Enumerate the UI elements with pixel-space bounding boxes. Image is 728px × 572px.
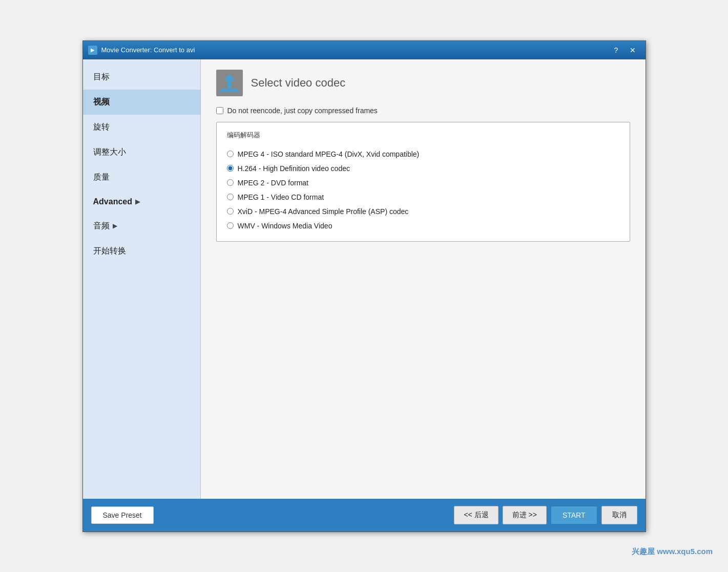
codec-radio-mpeg2[interactable] bbox=[227, 179, 234, 186]
app-icon: ▶ bbox=[88, 46, 97, 55]
footer-right: << 后退 前进 >> START 取消 bbox=[454, 506, 637, 524]
sidebar-label-video: 视频 bbox=[93, 97, 110, 108]
save-preset-button[interactable]: Save Preset bbox=[91, 506, 154, 524]
footer-left: Save Preset bbox=[91, 506, 154, 524]
codec-label-mpeg1[interactable]: MPEG 1 - Video CD format bbox=[238, 193, 324, 201]
reencode-label[interactable]: Do not reencode, just copy compressed fr… bbox=[227, 107, 378, 115]
codec-h264[interactable]: H.264 - High Definition video codec bbox=[227, 161, 619, 176]
reencode-checkbox[interactable] bbox=[216, 107, 223, 114]
content-area: Select video codec Do not reencode, just… bbox=[201, 59, 646, 499]
sidebar-item-start[interactable]: 开始转换 bbox=[83, 239, 200, 264]
sidebar-item-advanced[interactable]: Advanced ▶ bbox=[83, 190, 200, 214]
watermark: 兴趣屋 www.xqu5.com bbox=[632, 547, 713, 557]
sidebar-item-video[interactable]: 视频 bbox=[83, 90, 200, 115]
sidebar-item-rotate[interactable]: 旋转 bbox=[83, 115, 200, 140]
codec-label-h264[interactable]: H.264 - High Definition video codec bbox=[238, 164, 350, 173]
start-button[interactable]: START bbox=[551, 506, 597, 524]
cancel-button[interactable]: 取消 bbox=[601, 506, 637, 524]
codec-mpeg2[interactable]: MPEG 2 - DVD format bbox=[227, 176, 619, 190]
codec-label-wmv[interactable]: WMV - Windows Media Video bbox=[238, 222, 332, 230]
codec-mpeg1[interactable]: MPEG 1 - Video CD format bbox=[227, 190, 619, 204]
next-button[interactable]: 前进 >> bbox=[503, 506, 547, 524]
content-header: Select video codec bbox=[216, 70, 630, 96]
sidebar-item-audio[interactable]: 音频 ▶ bbox=[83, 214, 200, 239]
sidebar-item-quality[interactable]: 质量 bbox=[83, 165, 200, 190]
advanced-chevron: ▶ bbox=[135, 198, 140, 205]
codec-group: 编码解码器 MPEG 4 - ISO standard MPEG-4 (DivX… bbox=[216, 122, 630, 242]
main-content: 目标 视频 旋转 调整大小 质量 Advanced ▶ 音频 ▶ bbox=[83, 59, 646, 499]
sidebar-item-resize[interactable]: 调整大小 bbox=[83, 140, 200, 165]
codec-label-mpeg4[interactable]: MPEG 4 - ISO standard MPEG-4 (DivX, Xvid… bbox=[238, 150, 420, 158]
title-bar: ▶ Movie Converter: Convert to avi ? ✕ bbox=[83, 41, 646, 59]
codec-radio-xvid[interactable] bbox=[227, 208, 234, 215]
main-window: ▶ Movie Converter: Convert to avi ? ✕ 目标… bbox=[82, 40, 646, 532]
sidebar-label-resize: 调整大小 bbox=[93, 147, 126, 158]
sidebar-label-audio: 音频 bbox=[93, 221, 110, 231]
sidebar-label-advanced: Advanced bbox=[93, 197, 132, 206]
window-title: Movie Converter: Convert to avi bbox=[101, 46, 609, 54]
svg-rect-2 bbox=[220, 89, 239, 92]
title-bar-buttons: ? ✕ bbox=[609, 44, 640, 56]
close-button[interactable]: ✕ bbox=[625, 44, 640, 56]
help-button[interactable]: ? bbox=[609, 44, 624, 56]
codec-radio-mpeg1[interactable] bbox=[227, 194, 234, 200]
codec-label-xvid[interactable]: XviD - MPEG-4 Advanced Simple Profile (A… bbox=[238, 207, 409, 216]
codec-radio-wmv[interactable] bbox=[227, 222, 234, 229]
codec-group-label: 编码解码器 bbox=[227, 131, 619, 140]
codec-wmv[interactable]: WMV - Windows Media Video bbox=[227, 219, 619, 233]
footer: Save Preset << 后退 前进 >> START 取消 bbox=[83, 499, 646, 532]
codec-radio-mpeg4[interactable] bbox=[227, 151, 234, 157]
sidebar-item-target[interactable]: 目标 bbox=[83, 65, 200, 90]
sidebar-label-rotate: 旋转 bbox=[93, 122, 110, 133]
codec-label-mpeg2[interactable]: MPEG 2 - DVD format bbox=[238, 179, 308, 187]
back-button[interactable]: << 后退 bbox=[454, 506, 498, 524]
codec-mpeg4[interactable]: MPEG 4 - ISO standard MPEG-4 (DivX, Xvid… bbox=[227, 147, 619, 161]
content-title: Select video codec bbox=[251, 76, 346, 90]
sidebar-label-start: 开始转换 bbox=[93, 246, 126, 257]
audio-chevron: ▶ bbox=[113, 222, 117, 229]
codec-radio-h264[interactable] bbox=[227, 165, 234, 172]
reencode-checkbox-row: Do not reencode, just copy compressed fr… bbox=[216, 107, 630, 115]
sidebar-label-target: 目标 bbox=[93, 72, 110, 82]
sidebar: 目标 视频 旋转 调整大小 质量 Advanced ▶ 音频 ▶ bbox=[83, 59, 201, 499]
codec-xvid[interactable]: XviD - MPEG-4 Advanced Simple Profile (A… bbox=[227, 204, 619, 219]
video-codec-icon bbox=[216, 70, 243, 96]
sidebar-label-quality: 质量 bbox=[93, 172, 110, 183]
